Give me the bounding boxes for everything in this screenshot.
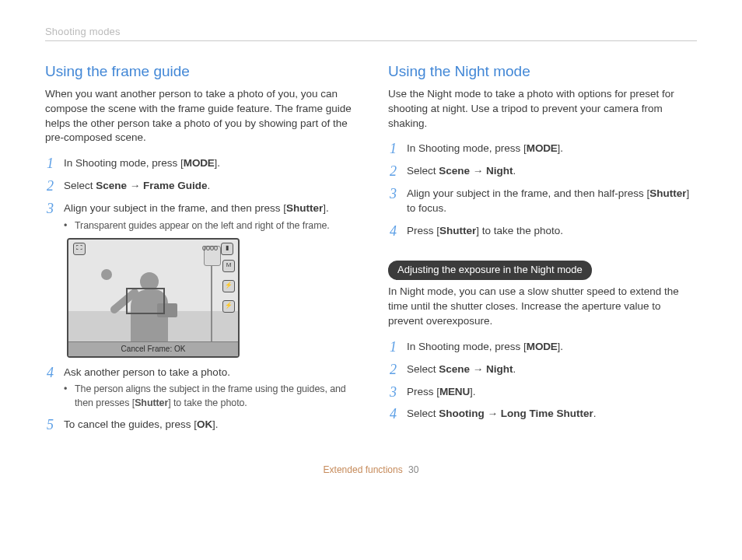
step-text: ].: [558, 341, 564, 352]
page-footer: Extended functions 30: [45, 464, 697, 477]
lcd-side-icons: M ⚡ ⚡: [222, 260, 235, 313]
section-title-frame-guide: Using the frame guide: [45, 61, 354, 82]
sub-bullet-list: The person aligns the subject in the fra…: [64, 383, 354, 410]
step-text: ].: [215, 157, 221, 169]
step-text: ].: [470, 386, 476, 397]
flash-auto-icon: ⚡: [222, 300, 235, 313]
footer-section-name: Extended functions: [324, 464, 403, 475]
step-1: In Shooting mode, press [MODE].: [388, 142, 697, 156]
step-4: Select Shooting → Long Time Shutter.: [388, 407, 697, 422]
step-4: Press [Shutter] to take the photo.: [388, 224, 697, 239]
step-text: Select: [64, 180, 96, 191]
step-text: ] to take the photo.: [476, 225, 563, 236]
step-text: Align your subject in the frame, and the…: [64, 202, 286, 214]
lcd-preview-illustration: ⛶ 0000 ▮ M ⚡ ⚡ Cancel Frame: OK: [67, 238, 240, 358]
step-text: Select: [407, 363, 439, 375]
subsection-intro: In Night mode, you can use a slow shutte…: [388, 285, 697, 329]
section-title-night-mode: Using the Night mode: [388, 61, 697, 82]
arrow: →: [470, 363, 486, 375]
step-3: Press [MENU].: [388, 385, 697, 400]
step-2: Select Scene → Frame Guide.: [45, 179, 354, 194]
menu-path-scene: Scene: [439, 165, 470, 177]
shutter-button-label: Shutter: [439, 225, 476, 236]
menu-button-label: MENU: [439, 386, 470, 397]
size-icon: M: [222, 260, 235, 272]
mode-button-label: MODE: [184, 157, 215, 169]
lamp-post-icon: [205, 246, 218, 344]
step-text: Select: [407, 408, 439, 419]
shutter-button-label: Shutter: [649, 187, 686, 199]
step-text: In Shooting mode, press [: [64, 157, 184, 169]
left-column: Using the frame guide When you want anot…: [45, 61, 354, 440]
step-3: Align your subject in the frame, and the…: [45, 201, 354, 357]
step-text: Press [: [407, 225, 439, 236]
step-text: Ask another person to take a photo.: [64, 366, 230, 378]
step-text: .: [593, 408, 597, 419]
shutter-button-label: Shutter: [135, 397, 168, 408]
battery-icon: ▮: [221, 243, 233, 255]
step-text: .: [513, 165, 516, 177]
page: Shooting modes Using the frame guide Whe…: [0, 0, 742, 495]
arrow: →: [485, 408, 501, 419]
mode-button-label: MODE: [527, 142, 558, 154]
menu-path-long-time-shutter: Long Time Shutter: [501, 408, 593, 419]
menu-path-scene: Scene: [439, 363, 470, 375]
two-column-layout: Using the frame guide When you want anot…: [45, 61, 697, 440]
section-intro: When you want another person to take a p…: [45, 87, 354, 146]
step-text: .: [513, 363, 516, 375]
sub-bullet: Transparent guides appear on the left an…: [64, 219, 354, 233]
step-text: In Shooting mode, press [: [407, 142, 527, 154]
section-intro: Use the Night mode to take a photo with …: [388, 87, 697, 131]
step-2: Select Scene → Night.: [388, 362, 697, 377]
lcd-top-icons: ⛶ 0000 ▮: [73, 243, 233, 255]
steps-night-mode: In Shooting mode, press [MODE]. Select S…: [388, 142, 697, 238]
sub-bullet: The person aligns the subject in the fra…: [64, 383, 354, 410]
right-column: Using the Night mode Use the Night mode …: [388, 61, 697, 440]
step-text: Align your subject in the frame, and the…: [407, 187, 649, 199]
shutter-button-label: Shutter: [286, 202, 323, 214]
ok-button-label: OK: [197, 418, 212, 430]
shot-counter: 0000: [202, 243, 218, 254]
mode-icon: ⛶: [73, 243, 86, 255]
steps-frame-guide: In Shooting mode, press [MODE]. Select S…: [45, 156, 354, 432]
menu-path-shooting: Shooting: [439, 408, 484, 419]
focus-box-icon: [126, 288, 165, 314]
arrow: →: [127, 180, 143, 191]
step-4: Ask another person to take a photo. The …: [45, 366, 354, 411]
sub-bullet-list: Transparent guides appear on the left an…: [64, 219, 354, 233]
step-text: ].: [212, 418, 219, 430]
menu-path-night: Night: [486, 165, 513, 177]
step-text: Press [: [407, 386, 439, 397]
step-text: .: [208, 180, 211, 191]
menu-path-night: Night: [486, 363, 513, 375]
steps-night-exposure: In Shooting mode, press [MODE]. Select S…: [388, 340, 697, 422]
flash-icon: ⚡: [222, 280, 235, 292]
arrow: →: [470, 165, 486, 177]
step-1: In Shooting mode, press [MODE].: [388, 340, 697, 355]
step-2: Select Scene → Night.: [388, 164, 697, 179]
step-1: In Shooting mode, press [MODE].: [45, 156, 354, 171]
footer-page-number: 30: [408, 464, 418, 475]
step-text: To cancel the guides, press [: [64, 418, 197, 430]
step-text: ].: [323, 202, 329, 214]
mode-button-label: MODE: [527, 341, 558, 352]
running-head: Shooting modes: [45, 25, 697, 41]
lcd-cancel-bar: Cancel Frame: OK: [68, 341, 238, 356]
step-text: Select: [407, 165, 439, 177]
step-5: To cancel the guides, press [OK].: [45, 418, 354, 432]
step-3: Align your subject in the frame, and the…: [388, 187, 697, 216]
menu-path-scene: Scene: [96, 180, 127, 191]
menu-path-frame-guide: Frame Guide: [143, 180, 208, 191]
step-text: In Shooting mode, press [: [407, 341, 527, 352]
sub-text: ] to take the photo.: [168, 397, 247, 408]
step-text: ].: [558, 142, 564, 154]
subsection-pill-heading: Adjusting the exposure in the Night mode: [388, 261, 592, 280]
